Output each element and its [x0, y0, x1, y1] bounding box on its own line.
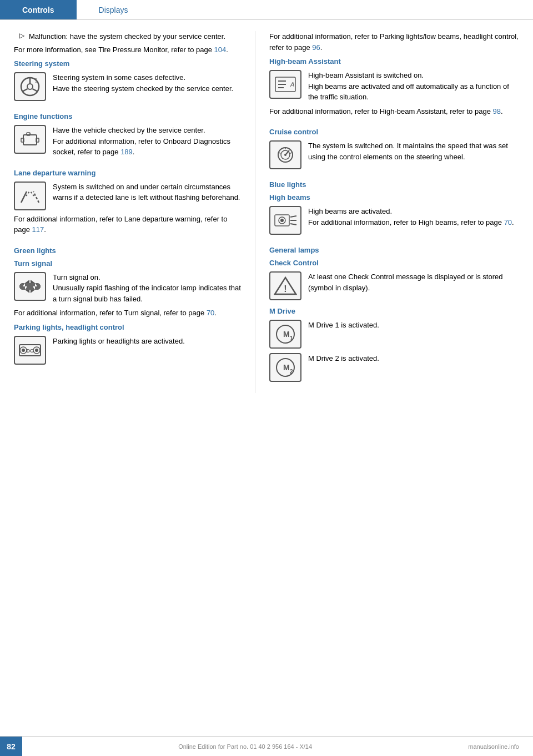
svg-rect-7 [27, 133, 30, 135]
lane-departure-link[interactable]: 117 [32, 225, 44, 234]
svg-line-11 [21, 191, 27, 203]
svg-point-44 [280, 219, 284, 222]
high-beam-assistant-title: High-beam Assistant [269, 57, 519, 65]
m-drive-2-svg: M 2 [274, 357, 297, 378]
turn-signal-icon [14, 272, 46, 301]
turn-signal-link[interactable]: 70 [207, 309, 214, 317]
check-control-icon: ! [269, 271, 301, 300]
svg-text:M: M [283, 330, 290, 339]
tire-pressure-text: For more information, see Tire Pressure … [14, 44, 241, 56]
engine-functions-section: Engine functions Have the vehicle checke… [14, 112, 241, 158]
svg-line-38 [279, 153, 280, 154]
parking-page-link[interactable]: 96 [312, 43, 320, 52]
left-column: ▷ Malfunction: have the system checked b… [0, 31, 255, 393]
m-drive-2-text: M Drive 2 is activated. [308, 353, 519, 364]
high-beams-link[interactable]: 70 [504, 218, 512, 226]
cruise-control-row: The system is switched on. It maintains … [269, 140, 519, 169]
cruise-control-section: Cruise control Th [269, 128, 519, 169]
svg-rect-18 [19, 283, 41, 290]
svg-text:DC: DC [27, 348, 34, 354]
high-beam-assistant-row: A High-beam Assistant is switched on. Hi… [269, 70, 519, 103]
malfunction-text: Malfunction: have the system checked by … [29, 31, 241, 42]
blue-lights-title: Blue lights [269, 180, 519, 189]
svg-text:2: 2 [290, 369, 293, 375]
parking-info-text: For additional information, refer to Par… [269, 31, 519, 53]
svg-text:!: ! [35, 77, 37, 84]
engine-svg [19, 129, 41, 149]
right-column: For additional information, refer to Par… [255, 31, 533, 393]
m-drive-1-row: M 1 M Drive 1 is activated. [269, 320, 519, 349]
high-beams-text: High beams are activated. For additional… [308, 206, 519, 228]
parking-lights-row: DC Parking lights or headlights are acti… [14, 336, 241, 365]
high-beam-assistant-svg: A [274, 74, 297, 94]
svg-rect-9 [36, 138, 39, 142]
green-lights-title: Green lights [14, 246, 241, 255]
high-beams-subtitle: High beams [269, 193, 519, 201]
steering-system-row: ! Steering system in some cases defectiv… [14, 72, 241, 101]
m-drive-2-icon: M 2 [269, 353, 301, 382]
svg-text:M: M [283, 363, 290, 372]
svg-text:1: 1 [290, 335, 293, 341]
high-beam-assistant-info: For additional information, refer to Hig… [269, 106, 519, 117]
tab-controls[interactable]: Controls [0, 0, 77, 19]
steering-system-text: Steering system in some cases defective.… [53, 72, 241, 94]
turn-signal-svg [18, 278, 42, 295]
header: Controls Displays [0, 0, 533, 20]
check-control-svg: ! [274, 275, 297, 296]
lane-departure-section: Lane departure warning System is switche… [14, 169, 241, 235]
parking-lights-text: Parking lights or headlights are activat… [53, 336, 241, 347]
malfunction-row: ▷ Malfunction: have the system checked b… [14, 31, 241, 42]
general-lamps-title: General lamps [269, 246, 519, 254]
svg-text:!: ! [284, 284, 286, 294]
engine-functions-title: Engine functions [14, 112, 241, 120]
svg-rect-8 [21, 138, 24, 142]
lane-departure-icon [14, 182, 46, 210]
check-control-row: ! At least one Check Control message is … [269, 271, 519, 300]
svg-point-23 [22, 349, 25, 352]
engine-functions-link[interactable]: 189 [120, 148, 133, 156]
steering-system-icon: ! [14, 72, 46, 101]
svg-line-42 [290, 224, 296, 225]
engine-functions-icon [14, 125, 46, 154]
svg-line-40 [290, 216, 296, 217]
engine-functions-text: Have the vehicle checked by the service … [53, 125, 241, 158]
high-beam-assistant-text: High-beam Assistant is switched on. High… [308, 70, 519, 103]
svg-line-3 [22, 89, 28, 92]
m-drive-1-icon: M 1 [269, 320, 301, 349]
m-drive-2-row: M 2 M Drive 2 is activated. [269, 353, 519, 382]
general-lamps-section: General lamps Check Control ! At least o… [269, 246, 519, 382]
steering-system-section: Steering system ! Steering system in som… [14, 59, 241, 101]
lane-departure-svg [18, 186, 42, 206]
cruise-control-title: Cruise control [269, 128, 519, 136]
check-control-text: At least one Check Control message is di… [308, 271, 519, 293]
svg-rect-6 [23, 135, 37, 145]
green-lights-section: Green lights Turn signal [14, 246, 241, 365]
turn-signal-info: For additional information, refer to Tur… [14, 308, 241, 319]
footer-right-text: manualsonline.info [468, 743, 519, 750]
turn-signal-text: Turn signal on. Unusually rapid flashing… [53, 272, 241, 305]
bullet-arrow-icon: ▷ [19, 32, 24, 39]
high-beam-assistant-link[interactable]: 98 [493, 107, 501, 115]
svg-point-1 [27, 84, 33, 89]
check-control-title: Check Control [269, 259, 519, 267]
m-drive-title: M Drive [269, 307, 519, 315]
tire-pressure-link[interactable]: 104 [214, 46, 227, 54]
blue-lights-section: Blue lights High beams [269, 180, 519, 235]
parking-lights-icon: DC [14, 336, 46, 365]
turn-signal-title: Turn signal [14, 259, 241, 268]
svg-line-4 [33, 89, 38, 92]
svg-text:A: A [290, 81, 294, 88]
parking-lights-svg: DC [18, 340, 42, 360]
m-drive-1-text: M Drive 1 is activated. [308, 320, 519, 331]
footer-center-text: Online Edition for Part no. 01 40 2 956 … [178, 743, 312, 750]
main-content: ▷ Malfunction: have the system checked b… [0, 20, 533, 404]
m-drive-1-svg: M 1 [274, 324, 297, 345]
high-beam-assistant-section: High-beam Assistant A High-beam Assistan… [269, 57, 519, 117]
svg-line-37 [290, 153, 291, 154]
engine-functions-row: Have the vehicle checked by the service … [14, 125, 241, 158]
cruise-control-icon [269, 140, 301, 169]
footer: 82 Online Edition for Part no. 01 40 2 9… [0, 736, 533, 756]
steering-wheel-svg: ! [19, 76, 41, 97]
tab-displays[interactable]: Displays [77, 0, 150, 19]
high-beams-svg [273, 210, 298, 230]
